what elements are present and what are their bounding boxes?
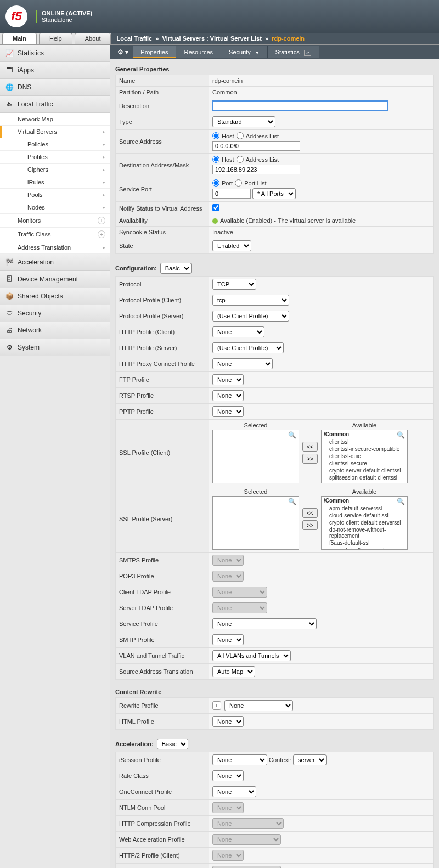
plus-icon[interactable]: + (98, 230, 105, 238)
srcaddr-input[interactable] (212, 141, 300, 151)
nav-device-management[interactable]: 🗄Device Management (0, 271, 110, 288)
network-icon: 🖨 (4, 325, 14, 335)
httpproxy-select[interactable]: None (212, 358, 273, 369)
protocol-select[interactable]: TCP (212, 279, 256, 290)
nav-irules[interactable]: iRules▸ (0, 176, 110, 189)
nav-traffic-class[interactable]: Traffic Class+ (0, 228, 110, 241)
tab-help[interactable]: Help (39, 33, 72, 44)
subtab-statistics[interactable]: Statistics↗ (268, 46, 319, 58)
port-radio[interactable] (212, 179, 219, 187)
sslc-opt[interactable]: clientssl-insecure-compatible (322, 446, 407, 453)
sslc-opt[interactable]: clientssl (322, 438, 407, 446)
val-name: rdp-comein (209, 75, 434, 87)
ssls-available-box[interactable]: 🔍 /Common apm-default-serverssl cloud-se… (321, 496, 408, 550)
httpc-select[interactable]: None (212, 326, 264, 337)
dstaddr-input[interactable] (212, 165, 300, 174)
nav-nodes[interactable]: Nodes▸ (0, 201, 110, 214)
description-input[interactable] (212, 100, 388, 111)
dstaddr-host-radio[interactable] (212, 156, 219, 163)
smtp-select[interactable]: None (212, 634, 244, 645)
search-icon[interactable]: 🔍 (397, 498, 405, 505)
sslc-selected-hdr: Selected (244, 422, 268, 429)
nav-security[interactable]: 🛡Security (0, 305, 110, 322)
subtab-security[interactable]: Security▼ (221, 46, 268, 58)
nav-policies[interactable]: Policies▸ (0, 138, 110, 151)
ssls-selected-box[interactable]: 🔍 (212, 496, 299, 550)
nav-address-translation[interactable]: Address Translation▸ (0, 241, 110, 254)
nav-system[interactable]: ⚙System (0, 339, 110, 356)
ssls-opt[interactable]: pcoip-default-serverssl (322, 546, 407, 550)
nav-local-traffic[interactable]: 🖧Local Traffic (0, 96, 110, 113)
breadcrumb-seg-1[interactable]: Local Traffic (116, 35, 152, 42)
ssls-opt[interactable]: do-not-remove-without-replacement (322, 526, 407, 539)
subtab-resources[interactable]: Resources (176, 46, 221, 58)
pptp-select[interactable]: None (212, 406, 244, 417)
notify-checkbox[interactable] (212, 204, 219, 211)
ssls-opt[interactable]: crypto-client-default-serverssl (322, 519, 407, 526)
nav-pools[interactable]: Pools▸ (0, 189, 110, 201)
search-icon[interactable]: 🔍 (288, 498, 296, 505)
plus-icon[interactable]: + (98, 217, 105, 224)
rate-select[interactable]: None (212, 770, 244, 781)
context-select[interactable]: server (293, 754, 327, 765)
srcaddr-host-radio[interactable] (212, 132, 219, 139)
content-rewrite-table: Rewrite Profile+None HTML ProfileNone (115, 697, 434, 730)
nav-network[interactable]: 🖨Network (0, 322, 110, 339)
nav-dns[interactable]: 🌐DNS (0, 79, 110, 96)
portlist-radio[interactable] (235, 179, 242, 187)
ssls-opt[interactable]: f5aas-default-ssl (322, 539, 407, 546)
subtab-properties[interactable]: Properties (133, 46, 176, 58)
cldap-select: None (212, 587, 267, 598)
sslc-opt[interactable]: clientssl-secure (322, 460, 407, 467)
nav-network-map[interactable]: Network Map (0, 113, 110, 126)
pps-select[interactable]: (Use Client Profile) (212, 311, 289, 322)
sslc-opt[interactable]: clientssl-quic (322, 453, 407, 460)
ftp-select[interactable]: None (212, 374, 244, 385)
html-select[interactable]: None (212, 716, 244, 727)
ssls-move-left[interactable]: << (302, 508, 318, 518)
nav-statistics[interactable]: 📈Statistics (0, 45, 110, 62)
breadcrumb-seg-2[interactable]: Virtual Servers : Virtual Server List (162, 35, 262, 42)
accel-table: iSession ProfileNone Context: server Rat… (115, 752, 434, 868)
nav-profiles[interactable]: Profiles▸ (0, 151, 110, 164)
nav-iapps[interactable]: 🗔iApps (0, 62, 110, 79)
sslc-selected-box[interactable]: 🔍 (212, 430, 299, 483)
sslc-opt[interactable]: splitsession-default-clientssl (322, 474, 407, 481)
nav-monitors[interactable]: Monitors+ (0, 214, 110, 228)
rtsp-select[interactable]: None (212, 390, 244, 401)
isession-select[interactable]: None (212, 754, 267, 765)
sslc-move-right[interactable]: >> (302, 454, 318, 464)
snat-select[interactable]: Auto Map (212, 666, 255, 677)
tab-main[interactable]: Main (2, 33, 37, 44)
sslc-available-box[interactable]: 🔍 /Common clientssl clientssl-insecure-c… (321, 430, 408, 483)
tab-about[interactable]: About (75, 33, 111, 44)
nav-virtual-servers[interactable]: Virtual Servers▸ (0, 126, 110, 138)
rewrite-select[interactable]: None (224, 700, 293, 711)
sslc-available-hdr: Available (352, 422, 376, 429)
port-select[interactable]: * All Ports (252, 188, 296, 199)
nav-acceleration[interactable]: 🏁Acceleration (0, 254, 110, 271)
type-select[interactable]: Standard (212, 116, 275, 127)
port-input[interactable] (212, 189, 251, 199)
nav-shared-objects[interactable]: 📦Shared Objects (0, 288, 110, 305)
state-select[interactable]: Enabled (212, 240, 251, 251)
ssls-opt[interactable]: apm-default-serverssl (322, 505, 407, 512)
https-select[interactable]: (Use Client Profile) (212, 342, 284, 353)
oneconnect-select[interactable]: None (212, 786, 256, 797)
ssls-move-right[interactable]: >> (302, 520, 318, 530)
vlan-select[interactable]: All VLANs and Tunnels (212, 650, 291, 661)
ppc-select[interactable]: tcp (212, 295, 289, 306)
accel-level-select[interactable]: Basic (157, 739, 188, 749)
sslc-opt[interactable]: crypto-server-default-clientssl (322, 467, 407, 474)
search-icon[interactable]: 🔍 (397, 431, 405, 439)
nav-ciphers[interactable]: Ciphers▸ (0, 164, 110, 176)
config-level-select[interactable]: Basic (160, 263, 192, 274)
search-icon[interactable]: 🔍 (288, 431, 296, 439)
srcaddr-list-radio[interactable] (237, 132, 244, 139)
sslc-move-left[interactable]: << (302, 442, 318, 452)
rewrite-add-button[interactable]: + (212, 701, 221, 710)
ssls-opt[interactable]: cloud-service-default-ssl (322, 512, 407, 519)
gear-menu[interactable]: ⚙ ▾ (113, 48, 133, 56)
svcprof-select[interactable]: None (212, 618, 317, 629)
dstaddr-list-radio[interactable] (237, 156, 244, 163)
